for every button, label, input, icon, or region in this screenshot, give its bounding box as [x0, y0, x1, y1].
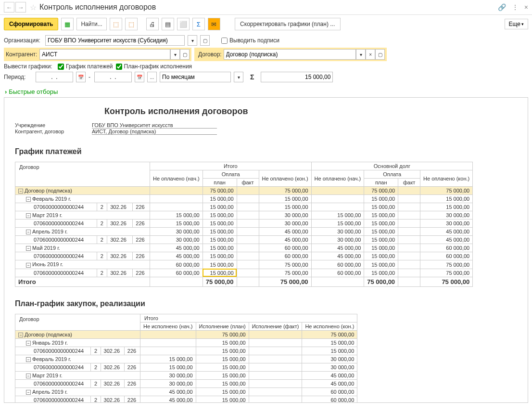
kontragent-dropdown-button[interactable]: ▾	[170, 49, 180, 60]
preview-button[interactable]: ▤	[162, 18, 174, 30]
dogovor-label: Договор:	[196, 51, 224, 58]
save-button[interactable]: ⬜	[177, 18, 190, 30]
email-button[interactable]: ✉	[208, 18, 220, 30]
table-row: 070600000000002442302.2622615 000,0015 0…	[15, 219, 473, 228]
tree-toggle-icon[interactable]: −	[26, 246, 31, 251]
table-row: −Июнь 2019 г.60 000,0015 000,0075 000,00…	[15, 260, 473, 269]
sum-button[interactable]: Σ	[192, 18, 205, 30]
table-row: 070600000000002442302.2622630 000,0015 0…	[15, 379, 357, 387]
table-row: 070600000000002442302.2622645 000,0015 0…	[15, 252, 473, 260]
close-icon[interactable]: ×	[524, 3, 528, 11]
tree-toggle-icon[interactable]: −	[26, 197, 31, 202]
table-row: −Февраль 2019 г.15 000,0015 000,0030 000…	[15, 355, 357, 363]
kontragent-input[interactable]	[39, 49, 170, 60]
table-row: −Январь 2019 г.15 000,0015 000,00	[15, 338, 357, 347]
kontragent-label: Контрагент:	[6, 51, 39, 58]
toolbar-more-button[interactable]: Еще▾	[505, 19, 528, 29]
table-row: 070600000000002442302.2622645 000,0015 0…	[15, 396, 357, 403]
tree-toggle-icon[interactable]: −	[18, 333, 23, 337]
tree-toggle-icon[interactable]: −	[18, 189, 23, 194]
org-open-button[interactable]: ▢	[200, 35, 210, 46]
period-to-calendar-button[interactable]: 📅	[135, 72, 144, 82]
window-header: ← → ☆ Контроль исполнения договоров 🔗 ⋮ …	[0, 0, 532, 15]
tree-toggle-icon[interactable]: −	[26, 230, 31, 234]
print-button[interactable]: 🖨	[146, 18, 159, 30]
tree-toggle-icon[interactable]: −	[26, 341, 31, 346]
generate-button[interactable]: Сформировать	[4, 18, 58, 30]
more-menu-icon[interactable]: ⋮	[512, 3, 519, 11]
kontragent-open-button[interactable]: ▢	[180, 49, 190, 60]
show-signatures-checkbox[interactable]: Выводить подписи	[221, 37, 279, 44]
charts-label: Вывести графики:	[4, 63, 55, 70]
org-label: Организация:	[4, 37, 42, 44]
dogovor-input[interactable]	[224, 49, 356, 60]
quick-filters-toggle[interactable]: Быстрые отборы	[0, 86, 532, 97]
period-label: Период:	[4, 74, 33, 80]
table-row: −Договор (подписка)75 000,0075 000,0075 …	[15, 187, 473, 195]
chart-payments-checkbox[interactable]: График платежей	[58, 63, 113, 70]
exec-section-title: План-график закупок, реализации	[15, 299, 519, 308]
period-select-button[interactable]: ...	[147, 72, 157, 82]
table-row: −Февраль 2019 г.15 000,0015 000,0015 000…	[15, 195, 473, 203]
table-row: −Договор (подписка)75 000,0075 000,00	[15, 330, 357, 338]
table-row: −Май 2019 г.45 000,0015 000,0060 000,004…	[15, 244, 473, 252]
sigma-icon: Σ	[250, 73, 254, 81]
period-from-calendar-button[interactable]: 📅	[76, 72, 86, 82]
tree-toggle-icon[interactable]: −	[26, 390, 31, 395]
report-title: Контроль исполнения договоров	[104, 106, 519, 116]
table-row: −Апрель 2019 г.30 000,0015 000,0045 000,…	[15, 228, 473, 236]
org-dropdown-button[interactable]: ▾	[188, 35, 197, 46]
tree-toggle-icon[interactable]: −	[26, 263, 31, 268]
exec-table: Договор Итого Не исполнено (нач.) Исполн…	[15, 314, 357, 403]
kd-info-label: Контрагент, договор	[15, 129, 92, 135]
chart-exec-checkbox[interactable]: План-график исполнения	[116, 63, 192, 70]
payments-table: Договор Итого Основной долг Не оплачено …	[15, 162, 473, 287]
table-row: Итого75 000,0075 000,0075 000,0075 000,0…	[15, 277, 473, 286]
forward-button[interactable]: →	[15, 2, 26, 13]
org-input[interactable]	[45, 35, 185, 46]
period-kind-dropdown-button[interactable]: ▾	[234, 72, 243, 82]
dogovor-open-button[interactable]: ▢	[375, 49, 385, 60]
period-from-input[interactable]	[36, 72, 73, 82]
org-info-label: Учреждение	[15, 122, 92, 129]
payments-section-title: График платежей	[15, 147, 519, 156]
org-info-value: ГОБУ ВПО Университет искусств	[92, 122, 217, 129]
link-icon[interactable]: 🔗	[498, 3, 506, 11]
kd-info-value: АИСТ, Договор (подписка)	[92, 129, 217, 135]
report-area: Контроль исполнения договоров Учреждение…	[4, 97, 528, 403]
tree-toggle-icon[interactable]: −	[26, 213, 31, 218]
page-title: Контроль исполнения договоров	[39, 3, 498, 12]
dogovor-dropdown-button[interactable]: ▾	[356, 49, 366, 60]
period-kind-input[interactable]	[160, 72, 231, 82]
table-row: −Март 2019 г.30 000,0015 000,0045 000,00	[15, 371, 357, 379]
table-row: 070600000000002442302.2622615 000,0015 0…	[15, 363, 357, 371]
back-button[interactable]: ←	[4, 2, 14, 13]
table-row: −Апрель 2019 г.45 000,0015 000,0060 000,…	[15, 387, 357, 396]
settings-button[interactable]: ▦	[61, 18, 74, 30]
sum-input[interactable]	[261, 72, 333, 82]
dogovor-clear-button[interactable]: ×	[366, 49, 375, 60]
tree-toggle-icon[interactable]: −	[26, 374, 31, 378]
expand-button[interactable]: ⬚	[110, 18, 122, 30]
table-row: 070600000000002442302.2622615 000,0015 0…	[15, 203, 473, 211]
table-row: 070600000000002442302.2622630 000,0015 0…	[15, 236, 473, 244]
tree-toggle-icon[interactable]: −	[26, 357, 31, 362]
table-row: 070600000000002442302.2622660 000,0015 0…	[15, 269, 473, 277]
adjust-plan-button[interactable]: Скорректировать графики (план) ...	[235, 18, 341, 30]
table-row: −Март 2019 г.15 000,0015 000,0030 000,00…	[15, 211, 473, 219]
collapse-button[interactable]: ⬚	[125, 18, 138, 30]
period-to-input[interactable]	[94, 72, 132, 82]
find-button[interactable]: Найти...	[76, 18, 106, 30]
favorite-icon[interactable]: ☆	[30, 3, 37, 12]
toolbar: Сформировать ▦ Найти... ⬚ ⬚ 🖨 ▤ ⬜ Σ ✉ Ск…	[0, 15, 532, 33]
table-row: 070600000000002442302.2622615 000,0015 0…	[15, 347, 357, 355]
